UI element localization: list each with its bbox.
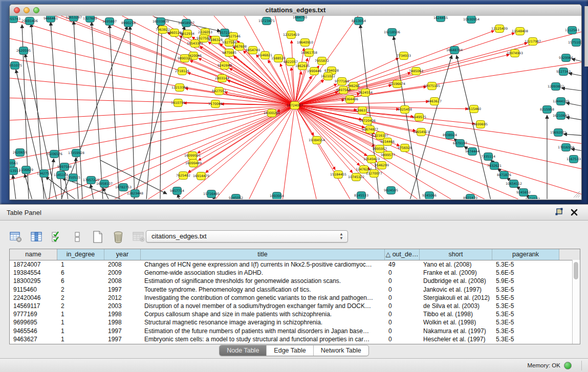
table-row[interactable]: 1872400712008Changes of HCN gene express… bbox=[10, 260, 580, 269]
cell-title[interactable]: Estimation of the future numbers of pati… bbox=[141, 327, 385, 335]
tab-edge-table[interactable]: Edge Table bbox=[267, 345, 313, 356]
cell-out_de[interactable]: 0 bbox=[385, 335, 420, 343]
cell-title[interactable]: Changes of HCN gene expression and I(f) … bbox=[141, 260, 385, 269]
cell-year[interactable]: 1998 bbox=[104, 318, 141, 326]
cell-title[interactable]: Tourette syndrome. Phenomenology and cla… bbox=[141, 286, 385, 294]
cell-in_degree[interactable]: 6 bbox=[57, 269, 104, 277]
cell-short[interactable]: Wolkin et al. (1998) bbox=[420, 318, 492, 326]
import-table-button[interactable] bbox=[132, 230, 145, 244]
cell-in_degree[interactable]: 1 bbox=[57, 335, 104, 343]
cell-in_degree[interactable]: 1 bbox=[57, 260, 104, 269]
new-column-button[interactable] bbox=[91, 230, 104, 244]
cell-title[interactable]: Embryonic stem cells: a model to study s… bbox=[141, 335, 385, 343]
delete-column-button[interactable] bbox=[112, 230, 125, 244]
column-header-year[interactable]: year bbox=[104, 249, 141, 260]
cell-short[interactable]: Hescheler et al. (1997) bbox=[420, 335, 492, 343]
table-row[interactable]: 911546021997Tourette syndrome. Phenomeno… bbox=[10, 286, 580, 294]
cell-name[interactable]: 9115460 bbox=[10, 286, 57, 294]
cell-title[interactable]: Disruption of a novel member of a sodium… bbox=[141, 302, 385, 310]
cell-year[interactable]: 1997 bbox=[104, 327, 141, 335]
cell-out_de[interactable]: 0 bbox=[385, 286, 420, 294]
resize-grip[interactable] bbox=[572, 190, 580, 198]
cell-pagerank[interactable]: 5.9E-5 bbox=[492, 277, 559, 285]
cell-year[interactable]: 1997 bbox=[104, 335, 141, 343]
cell-pagerank[interactable]: 5.3E-5 bbox=[492, 286, 559, 294]
cell-short[interactable]: Stergiakouli et al. (2012) bbox=[420, 294, 492, 302]
cell-out_de[interactable]: 0 bbox=[385, 310, 420, 318]
cell-in_degree[interactable]: 1 bbox=[57, 327, 104, 335]
column-header-pagerank[interactable]: pagerank bbox=[492, 249, 559, 260]
cell-out_de[interactable]: 0 bbox=[385, 294, 420, 302]
cell-pagerank[interactable]: 5.6E-5 bbox=[492, 269, 559, 277]
cell-out_de[interactable]: 0 bbox=[385, 318, 420, 326]
cell-short[interactable]: de Silva et al. (2003) bbox=[420, 302, 492, 310]
cell-in_degree[interactable]: 2 bbox=[57, 294, 104, 302]
scrollbar-thumb[interactable] bbox=[574, 262, 578, 279]
cell-short[interactable]: Nakamura et al. (1997) bbox=[420, 327, 492, 335]
cell-pagerank[interactable]: 5.5E-5 bbox=[492, 294, 559, 302]
cell-title[interactable]: Corpus callosum shape and size in male p… bbox=[141, 310, 385, 318]
cell-pagerank[interactable]: 5.3E-5 bbox=[492, 260, 559, 269]
column-header-name[interactable]: name bbox=[10, 249, 57, 260]
table-row[interactable]: 2242004622012Investigating the contribut… bbox=[10, 294, 580, 302]
cell-out_de[interactable]: 0 bbox=[385, 302, 420, 310]
cell-pagerank[interactable]: 5.3E-5 bbox=[492, 335, 559, 343]
cell-short[interactable]: Yano et al. (2008) bbox=[420, 260, 492, 269]
cell-title[interactable]: Estimation of significance thresholds fo… bbox=[141, 277, 385, 285]
table-row[interactable]: 946554611997Estimation of the future num… bbox=[10, 327, 580, 335]
cell-title[interactable]: Structural magnetic resonance image aver… bbox=[141, 318, 385, 326]
cell-name[interactable]: 19384554 bbox=[10, 269, 57, 277]
cell-out_de[interactable]: 0 bbox=[385, 269, 420, 277]
cell-year[interactable]: 1997 bbox=[104, 286, 141, 294]
table-row[interactable]: 977716911998Corpus callosum shape and si… bbox=[10, 310, 580, 318]
table-scrollbar[interactable] bbox=[572, 260, 580, 344]
cell-out_de[interactable]: 0 bbox=[385, 277, 420, 285]
cell-out_de[interactable]: 49 bbox=[385, 260, 420, 269]
column-header-out_de[interactable]: △ out_de… bbox=[385, 249, 420, 260]
cell-name[interactable]: 14569117 bbox=[10, 302, 57, 310]
cell-year[interactable]: 2008 bbox=[104, 260, 141, 269]
cell-name[interactable]: 18724007 bbox=[10, 260, 57, 269]
cell-title[interactable]: Genome-wide association studies in ADHD. bbox=[141, 269, 385, 277]
column-visibility-button[interactable] bbox=[30, 230, 43, 244]
cell-name[interactable]: 22420046 bbox=[10, 294, 57, 302]
cell-pagerank[interactable]: 5.3E-5 bbox=[492, 318, 559, 326]
select-rows-button[interactable] bbox=[50, 230, 63, 244]
cell-in_degree[interactable]: 1 bbox=[57, 318, 104, 326]
cell-short[interactable]: Franke et al. (2009) bbox=[420, 269, 492, 277]
table-selector-dropdown[interactable]: citations_edges.txt ▲▼ bbox=[146, 230, 348, 243]
network-canvas[interactable]: 1055743206914069466461106532871327602169… bbox=[10, 16, 581, 199]
cell-out_de[interactable]: 0 bbox=[385, 327, 420, 335]
cell-name[interactable]: 9777169 bbox=[10, 310, 57, 318]
memory-ok-indicator[interactable] bbox=[564, 362, 572, 369]
tab-network-table[interactable]: Network Table bbox=[314, 345, 368, 356]
cell-pagerank[interactable]: 5.3E-5 bbox=[492, 310, 559, 318]
cell-pagerank[interactable]: 5.3E-5 bbox=[492, 327, 559, 335]
cell-year[interactable]: 1998 bbox=[104, 310, 141, 318]
table-row[interactable]: 1938455462009Genome-wide association stu… bbox=[10, 269, 580, 277]
cell-title[interactable]: Investigating the contribution of common… bbox=[141, 294, 385, 302]
cell-name[interactable]: 9463627 bbox=[10, 335, 57, 343]
column-header-in_degree[interactable]: in_degree bbox=[57, 249, 104, 260]
table-row[interactable]: 969969511998Structural magnetic resonanc… bbox=[10, 318, 580, 326]
cell-short[interactable]: Jankovic et al. (1997) bbox=[420, 286, 492, 294]
column-header-short[interactable]: short bbox=[420, 249, 492, 260]
close-panel-icon[interactable] bbox=[571, 209, 578, 216]
column-header-title[interactable]: title bbox=[141, 249, 385, 260]
table-row[interactable]: 946362711997Embryonic stem cells: a mode… bbox=[10, 335, 580, 343]
table-row[interactable]: 1830029562008Estimation of significance … bbox=[10, 277, 580, 285]
table-row[interactable]: 1456911722003Disruption of a novel membe… bbox=[10, 302, 580, 310]
cell-year[interactable]: 2009 bbox=[104, 269, 141, 277]
cell-in_degree[interactable]: 6 bbox=[57, 277, 104, 285]
cell-pagerank[interactable]: 5.3E-5 bbox=[492, 302, 559, 310]
cell-in_degree[interactable]: 1 bbox=[57, 310, 104, 318]
network-window-titlebar[interactable]: citations_edges.txt bbox=[10, 5, 581, 16]
row-height-button[interactable] bbox=[71, 230, 84, 244]
cell-year[interactable]: 2008 bbox=[104, 277, 141, 285]
float-panel-icon[interactable] bbox=[555, 208, 563, 216]
cell-year[interactable]: 2003 bbox=[104, 302, 141, 310]
cell-in_degree[interactable]: 2 bbox=[57, 302, 104, 310]
cell-in_degree[interactable]: 2 bbox=[57, 286, 104, 294]
table-settings-button[interactable] bbox=[9, 230, 23, 244]
cell-short[interactable]: Dudbridge et al. (2008) bbox=[420, 277, 492, 285]
